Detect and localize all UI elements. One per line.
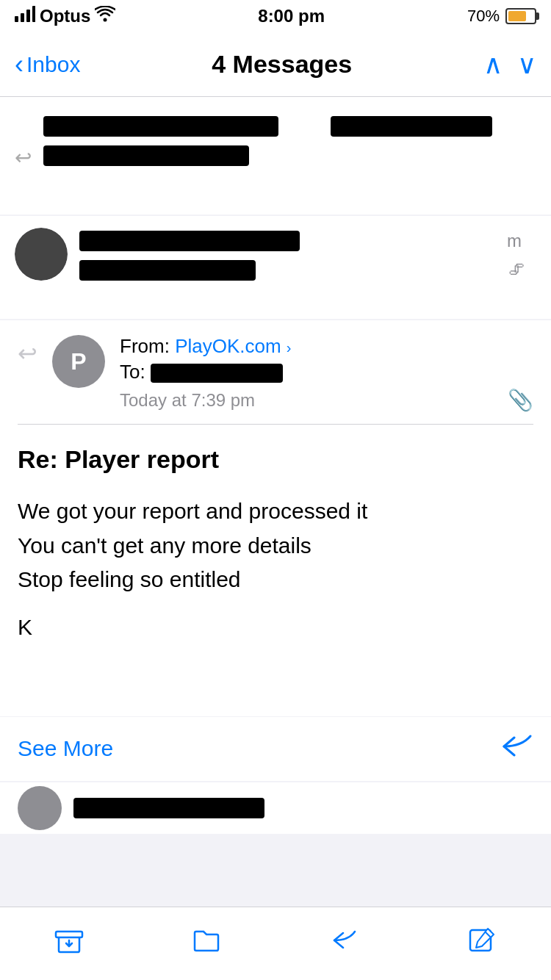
to-label: To:: [120, 361, 145, 383]
reply-button[interactable]: [501, 732, 533, 766]
replied-icon: ↩: [18, 339, 37, 367]
email-date: Today at 7:39 pm: [120, 390, 255, 411]
email-to: To:: [120, 361, 533, 383]
archive-icon: [54, 926, 84, 955]
list-item[interactable]: m 🖇: [0, 216, 551, 319]
down-arrow-button[interactable]: ∨: [517, 49, 536, 80]
svg-rect-0: [15, 16, 18, 22]
inbox-back-button[interactable]: ‹ Inbox: [15, 51, 80, 78]
from-label: From:: [120, 335, 170, 357]
status-battery: 70%: [467, 7, 536, 26]
status-bar: Optus 8:00 pm 70%: [0, 0, 551, 32]
body-line-3: Stop feeling so entitled: [18, 567, 241, 591]
email-meta: From: PlayOK.com › To: Today at 7:39 pm …: [120, 335, 533, 412]
email-list: ↩ m 🖇 ↩ P From: PlayOK.co: [0, 97, 551, 834]
back-chevron-icon: ‹: [15, 51, 24, 78]
signal-icon: [15, 6, 35, 26]
wifi-icon: [95, 6, 115, 26]
email-header: ↩ P From: PlayOK.com › To: Today at 7:39…: [0, 320, 551, 424]
compose-icon: [467, 926, 497, 955]
svg-point-4: [104, 18, 107, 22]
email-footer: See More: [0, 716, 551, 781]
list-item[interactable]: ↩ P From: PlayOK.com › To: Today at 7:39…: [0, 320, 551, 781]
avatar: P: [52, 335, 105, 388]
from-sender-text[interactable]: PlayOK.com: [175, 335, 281, 357]
status-carrier: Optus: [15, 6, 115, 26]
reply-back-icon: [330, 926, 359, 955]
redacted-text: [73, 798, 264, 818]
battery-icon: [505, 8, 536, 24]
attachment-icon: 📎: [508, 388, 533, 412]
svg-rect-2: [26, 10, 30, 22]
reply-icon: ↩: [15, 145, 32, 170]
to-address-redacted: [151, 364, 283, 383]
compose-button[interactable]: [467, 926, 497, 955]
navigation-bar: ‹ Inbox 4 Messages ∧ ∨: [0, 32, 551, 97]
email-body-text: We got your report and processed it You …: [18, 494, 533, 597]
page-title: 4 Messages: [212, 50, 352, 79]
body-line-2: You can't get any more details: [18, 533, 311, 558]
folder-icon: [192, 926, 221, 955]
status-time: 8:00 pm: [258, 6, 325, 26]
archive-button[interactable]: [54, 926, 84, 955]
carrier-name: Optus: [40, 6, 90, 26]
email-date-row: Today at 7:39 pm 📎: [120, 388, 533, 412]
back-label: Inbox: [26, 52, 80, 77]
from-chevron-icon: ›: [287, 339, 292, 356]
up-arrow-button[interactable]: ∧: [483, 49, 503, 80]
email-subject: Re: Player report: [18, 445, 533, 474]
avatar: [18, 786, 62, 830]
battery-percent: 70%: [467, 7, 500, 26]
nav-arrows: ∧ ∨: [483, 49, 536, 80]
email-signature: K: [18, 615, 533, 640]
body-line-1: We got your report and processed it: [18, 499, 367, 523]
reply-back-button[interactable]: [330, 926, 359, 955]
email-from: From: PlayOK.com ›: [120, 335, 533, 358]
folder-button[interactable]: [192, 926, 221, 955]
svg-rect-5: [56, 932, 82, 937]
email-body: Re: Player report We got your report and…: [0, 425, 551, 716]
svg-rect-1: [21, 13, 24, 22]
battery-fill: [508, 11, 526, 21]
svg-rect-3: [32, 6, 35, 22]
list-item[interactable]: [0, 782, 551, 834]
bottom-toolbar: [0, 907, 551, 980]
list-item[interactable]: ↩: [0, 97, 551, 215]
see-more-button[interactable]: See More: [18, 736, 113, 761]
